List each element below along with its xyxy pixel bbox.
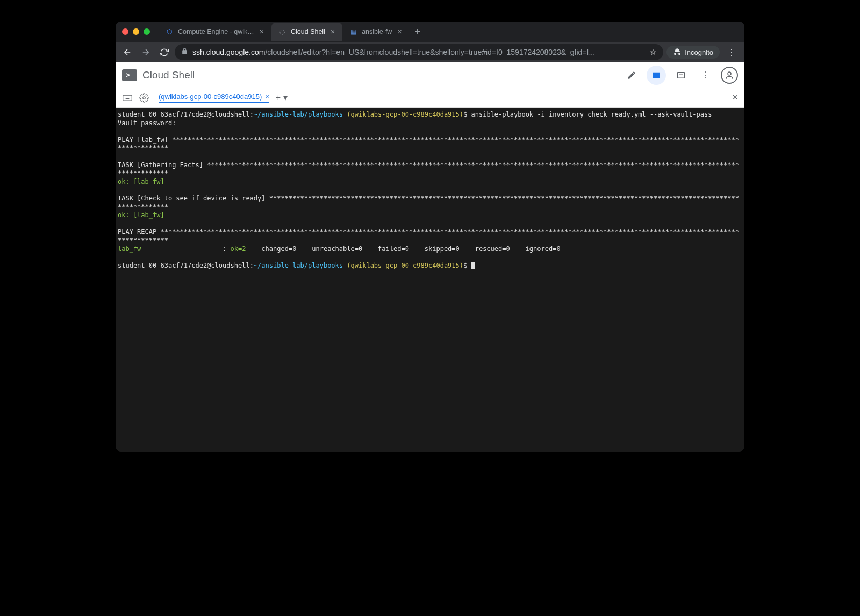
back-button[interactable] xyxy=(120,45,135,60)
cloud-shell-logo-icon: >_ xyxy=(122,69,137,81)
incognito-label: Incognito xyxy=(685,48,713,56)
terminal-output[interactable]: student_00_63acf717cde2@cloudshell:~/ans… xyxy=(116,108,744,452)
minimize-window-button[interactable] xyxy=(133,28,139,35)
browser-tab-compute-engine[interactable]: ⬡ Compute Engine - qwiklabs-gc × xyxy=(159,23,271,41)
terminal-tabs: (qwiklabs-gcp-00-c989c40da915) × + ▾ × xyxy=(116,88,744,108)
tab-title: ansible-fw xyxy=(362,28,392,35)
browser-tab-ansible-fw[interactable]: ▦ ansible-fw × xyxy=(342,23,409,41)
titlebar: ⬡ Compute Engine - qwiklabs-gc × ◌ Cloud… xyxy=(116,22,744,42)
panos-icon: ▦ xyxy=(349,27,357,36)
forward-button[interactable] xyxy=(138,45,153,60)
incognito-badge: Incognito xyxy=(666,46,720,59)
close-window-button[interactable] xyxy=(122,28,128,35)
tab-title: Compute Engine - qwiklabs-gc xyxy=(178,28,254,35)
lock-icon xyxy=(181,48,188,56)
bookmark-star-icon[interactable]: ☆ xyxy=(650,48,657,56)
browser-menu-button[interactable]: ⋮ xyxy=(723,47,740,58)
add-terminal-tab-button[interactable]: + ▾ xyxy=(276,92,288,103)
gcp-icon: ⬡ xyxy=(165,27,174,36)
close-tab-icon[interactable]: × xyxy=(396,27,403,36)
cloud-shell-icon: ◌ xyxy=(278,27,286,36)
url-text: ssh.cloud.google.com/cloudshell/editor?h… xyxy=(192,48,646,56)
window-controls xyxy=(122,28,150,35)
svg-rect-0 xyxy=(677,72,685,78)
more-menu-button[interactable]: ⋮ xyxy=(696,66,715,85)
incognito-icon xyxy=(673,48,682,56)
terminal-cursor xyxy=(471,262,475,269)
tab-title: Cloud Shell xyxy=(291,28,325,35)
close-terminal-tab-icon[interactable]: × xyxy=(265,92,269,101)
keyboard-icon[interactable] xyxy=(122,92,133,103)
terminal-tab-project[interactable]: (qwiklabs-gcp-00-c989c40da915) × xyxy=(159,92,269,103)
new-tab-button[interactable]: + xyxy=(410,26,426,38)
new-window-button[interactable] xyxy=(671,66,691,85)
svg-point-3 xyxy=(143,96,146,99)
close-panel-button[interactable]: × xyxy=(732,92,738,103)
close-tab-icon[interactable]: × xyxy=(259,27,265,36)
browser-tabs: ⬡ Compute Engine - qwiklabs-gc × ◌ Cloud… xyxy=(159,22,738,42)
browser-window: ⬡ Compute Engine - qwiklabs-gc × ◌ Cloud… xyxy=(116,22,744,452)
app-title: Cloud Shell xyxy=(142,69,617,81)
maximize-window-button[interactable] xyxy=(144,28,150,35)
svg-rect-2 xyxy=(123,95,132,101)
reload-button[interactable] xyxy=(156,45,171,60)
user-avatar[interactable] xyxy=(721,67,738,84)
cloud-shell-header: >_ Cloud Shell ⋮ xyxy=(116,62,744,88)
edit-button[interactable] xyxy=(622,66,641,85)
address-bar: ssh.cloud.google.com/cloudshell/editor?h… xyxy=(116,42,744,62)
terminal-toggle-button[interactable] xyxy=(647,66,666,85)
close-tab-icon[interactable]: × xyxy=(329,27,336,36)
url-input[interactable]: ssh.cloud.google.com/cloudshell/editor?h… xyxy=(175,44,663,60)
settings-gear-icon[interactable] xyxy=(139,93,149,103)
terminal-tab-label: (qwiklabs-gcp-00-c989c40da915) xyxy=(159,92,262,101)
svg-point-1 xyxy=(728,72,731,75)
browser-tab-cloud-shell[interactable]: ◌ Cloud Shell × xyxy=(271,23,342,41)
